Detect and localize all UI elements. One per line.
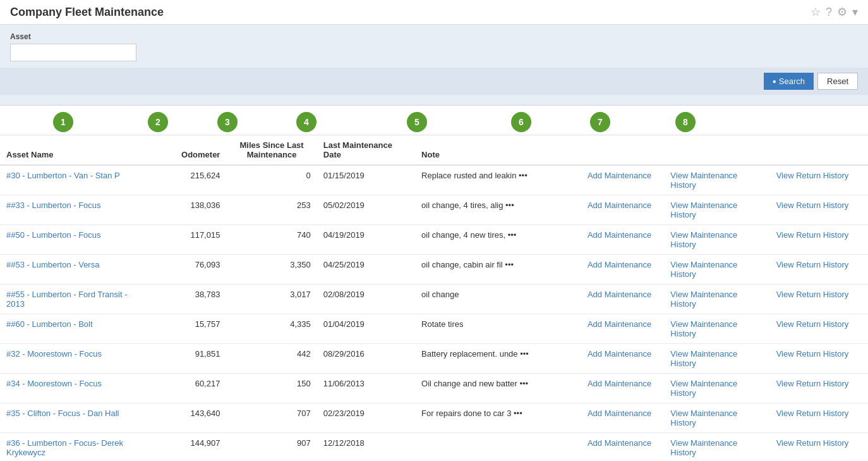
add-maintenance-link-5[interactable]: Add Maintenance [588,319,651,329]
table-row: ##53 - Lumberton - Versa 76,093 3,350 04… [0,255,868,285]
view-return-link-2[interactable]: View Return History [776,230,849,240]
cell-view-return-7: View Return History [770,374,868,403]
add-maintenance-link-6[interactable]: Add Maintenance [588,349,651,359]
cell-date-7: 11/06/2013 [317,374,415,403]
view-return-link-8[interactable]: View Return History [776,409,849,418]
badge-7: 7 [556,112,644,132]
view-return-link-9[interactable]: View Return History [776,438,849,448]
cell-add-maint-6: Add Maintenance [581,344,664,374]
table-row: ##50 - Lumberton - Focus 117,015 740 04/… [0,225,868,255]
cell-date-0: 01/15/2019 [317,165,415,195]
search-button[interactable]: Search [764,73,814,90]
cell-asset-2: ##50 - Lumberton - Focus [0,225,151,255]
asset-link-4[interactable]: ##55 - Lumberton - Ford Transit - 2013 [6,290,127,309]
cell-asset-5: ##60 - Lumberton - Bolt [0,314,151,344]
cell-odometer-4: 38,783 [151,285,226,314]
asset-input[interactable] [10,44,136,61]
view-maintenance-link-8[interactable]: View Maintenance History [670,409,737,427]
add-maintenance-link-9[interactable]: Add Maintenance [588,438,651,448]
view-maintenance-link-9[interactable]: View Maintenance History [670,438,737,457]
view-return-link-3[interactable]: View Return History [776,260,849,269]
main-table: Asset Name Odometer Miles Since LastMain… [0,135,868,461]
view-maintenance-link-7[interactable]: View Maintenance History [670,379,737,398]
table-row: #32 - Moorestown - Focus 91,851 442 08/2… [0,344,868,374]
cell-add-maint-7: Add Maintenance [581,374,664,403]
add-maintenance-link-4[interactable]: Add Maintenance [588,290,651,299]
add-maintenance-link-7[interactable]: Add Maintenance [588,379,651,388]
cell-note-8: For repairs done to car 3 ••• [415,403,581,433]
search-panel: Asset Search Reset [0,25,868,106]
cell-add-maint-0: Add Maintenance [581,165,664,195]
asset-link-9[interactable]: #36 - Lumberton - Focus- Derek Krykewycz [6,438,123,457]
cell-asset-4: ##55 - Lumberton - Ford Transit - 2013 [0,285,151,314]
cell-miles-8: 707 [226,403,316,433]
asset-link-5[interactable]: ##60 - Lumberton - Bolt [6,319,93,329]
add-maintenance-link-8[interactable]: Add Maintenance [588,409,651,418]
cell-view-maint-3: View Maintenance History [664,255,769,285]
view-maintenance-link-2[interactable]: View Maintenance History [670,230,737,249]
search-bar: Search Reset [0,68,868,95]
view-return-link-1[interactable]: View Return History [776,200,849,210]
cell-view-return-1: View Return History [770,195,868,225]
app-title: Company Fleet Maintenance [10,6,164,19]
cell-view-maint-6: View Maintenance History [664,344,769,374]
asset-link-3[interactable]: ##53 - Lumberton - Versa [6,260,99,269]
asset-link-8[interactable]: #35 - Clifton - Focus - Dan Hall [6,409,119,418]
view-return-link-4[interactable]: View Return History [776,290,849,299]
cell-view-return-8: View Return History [770,403,868,433]
cell-miles-5: 4,335 [226,314,316,344]
settings-icon[interactable]: ⚙ [837,5,847,19]
cell-view-return-2: View Return History [770,225,868,255]
cell-odometer-8: 143,640 [151,403,226,433]
cell-asset-6: #32 - Moorestown - Focus [0,344,151,374]
add-maintenance-link-0[interactable]: Add Maintenance [588,171,651,180]
asset-link-2[interactable]: ##50 - Lumberton - Focus [6,230,101,240]
badge-4: 4 [265,112,347,132]
cell-view-return-6: View Return History [770,344,868,374]
star-icon[interactable]: ☆ [811,5,821,19]
badge-8: 8 [644,112,726,132]
cell-date-8: 02/23/2019 [317,403,415,433]
badge-3: 3 [190,112,265,132]
cell-view-maint-8: View Maintenance History [664,403,769,433]
cell-miles-2: 740 [226,225,316,255]
view-maintenance-link-5[interactable]: View Maintenance History [670,319,737,338]
add-maintenance-link-3[interactable]: Add Maintenance [588,260,651,269]
add-maintenance-link-1[interactable]: Add Maintenance [588,200,651,210]
cell-note-5: Rotate tires [415,314,581,344]
help-icon[interactable]: ? [826,6,832,19]
cell-note-2: oil change, 4 new tires, ••• [415,225,581,255]
asset-link-6[interactable]: #32 - Moorestown - Focus [6,349,102,359]
badge-5: 5 [347,112,486,132]
table-row: ##33 - Lumberton - Focus 138,036 253 05/… [0,195,868,225]
cell-miles-9: 907 [226,433,316,462]
cell-odometer-7: 60,217 [151,374,226,403]
view-return-link-6[interactable]: View Return History [776,349,849,359]
cell-miles-0: 0 [226,165,316,195]
add-maintenance-link-2[interactable]: Add Maintenance [588,230,651,240]
col-odometer: Odometer [151,135,226,165]
cell-odometer-2: 117,015 [151,225,226,255]
view-return-link-0[interactable]: View Return History [776,171,849,180]
asset-link-7[interactable]: #34 - Moorestown - Focus [6,379,102,388]
view-maintenance-link-3[interactable]: View Maintenance History [670,260,737,279]
cell-add-maint-8: Add Maintenance [581,403,664,433]
col-miles-since: Miles Since LastMaintenance [226,135,316,165]
asset-link-1[interactable]: ##33 - Lumberton - Focus [6,200,101,210]
cell-asset-1: ##33 - Lumberton - Focus [0,195,151,225]
view-maintenance-link-6[interactable]: View Maintenance History [670,349,737,368]
view-return-link-7[interactable]: View Return History [776,379,849,388]
view-return-link-5[interactable]: View Return History [776,319,849,329]
cell-note-9 [415,433,581,462]
view-maintenance-link-0[interactable]: View Maintenance History [670,171,737,190]
app-header: Company Fleet Maintenance ☆ ? ⚙ ▾ [0,0,868,25]
view-maintenance-link-1[interactable]: View Maintenance History [670,200,737,219]
reset-button[interactable]: Reset [817,73,858,90]
asset-label: Asset [10,32,858,41]
dropdown-icon: ▾ [852,5,858,19]
cell-asset-7: #34 - Moorestown - Focus [0,374,151,403]
asset-link-0[interactable]: #30 - Lumberton - Van - Stan P [6,171,120,180]
view-maintenance-link-4[interactable]: View Maintenance History [670,290,737,309]
cell-note-7: Oil change and new batter ••• [415,374,581,403]
table-row: ##55 - Lumberton - Ford Transit - 2013 3… [0,285,868,314]
